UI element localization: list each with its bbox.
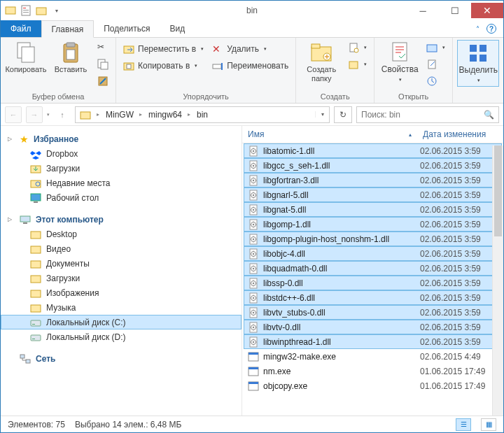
svg-rect-31 (470, 55, 477, 62)
new-item-button[interactable]: ▾ (345, 40, 370, 55)
file-row[interactable]: libgomp-plugin-host_nonshm-1.dll02.06.20… (244, 232, 502, 246)
nav-pane: ▷★Избранное DropboxЗагрузкиНедавние мест… (1, 126, 242, 416)
help-icon[interactable]: ? (486, 24, 496, 34)
file-row[interactable]: libwinpthread-1.dll02.06.2015 3:59 (244, 334, 502, 349)
nav-comp-item[interactable]: Desktop (1, 227, 241, 241)
nav-favorites[interactable]: ▷★Избранное (1, 132, 241, 146)
file-row[interactable]: libatomic-1.dll02.06.2015 3:59 (244, 143, 502, 158)
address-dropdown-icon[interactable]: ▾ (315, 111, 329, 118)
file-row[interactable]: libstdc++-6.dll02.06.2015 3:59 (244, 290, 502, 305)
nav-comp-item[interactable]: Документы (1, 256, 241, 271)
scrollbar[interactable]: ▴ (492, 145, 503, 416)
paste-button[interactable]: Вставить (50, 40, 92, 74)
qat-icon-props[interactable] (20, 5, 31, 16)
view-details-button[interactable]: ☰ (456, 418, 471, 431)
dll-icon (248, 248, 259, 260)
tab-file[interactable]: Файл (1, 20, 41, 37)
search-box[interactable]: 🔍 (356, 106, 499, 123)
file-row[interactable]: libquadmath-0.dll02.06.2015 3:59 (244, 261, 502, 276)
svg-point-79 (253, 267, 254, 269)
svg-point-82 (253, 282, 254, 283)
search-input[interactable] (361, 110, 484, 120)
delete-button[interactable]: ✕Удалить▾ (209, 41, 291, 57)
nav-comp-item[interactable]: Загрузки (1, 271, 241, 285)
svg-rect-2 (23, 8, 26, 8)
svg-rect-16 (127, 64, 131, 69)
qat-dropdown-icon[interactable]: ▼ (51, 5, 62, 16)
up-button[interactable]: ↑ (54, 106, 71, 123)
svg-rect-32 (479, 55, 486, 62)
move-to-button[interactable]: Переместить в▾ (120, 41, 206, 57)
breadcrumb[interactable]: ▸ MinGW▸ mingw64▸ bin ▾ (75, 106, 330, 123)
tab-share[interactable]: Поделиться (94, 20, 160, 37)
nav-comp-item[interactable]: Видео (1, 241, 241, 256)
paste-shortcut-button[interactable] (94, 73, 111, 89)
column-date[interactable]: Дата изменения (417, 126, 503, 143)
file-row[interactable]: libvtv-0.dll02.06.2015 3:59 (244, 320, 502, 334)
nav-fav-item[interactable]: Недавние места (1, 176, 241, 190)
new-folder-button[interactable]: Создать папку (300, 40, 342, 83)
nav-fav-item[interactable]: Рабочий стол (1, 190, 241, 205)
file-row[interactable]: libgfortran-3.dll02.06.2015 3:59 (244, 173, 502, 187)
maximize-button[interactable]: ☐ (439, 3, 471, 18)
close-button[interactable]: ✕ (471, 3, 503, 18)
back-button[interactable]: ← (5, 106, 22, 123)
open-button[interactable]: ▾ (424, 40, 448, 55)
dll-icon (248, 190, 259, 201)
file-row[interactable]: libobjc-4.dll02.06.2015 3:59 (244, 246, 502, 261)
qat-icon-app[interactable] (5, 5, 16, 16)
ribbon-collapse-icon[interactable]: ˄ (476, 25, 479, 33)
file-row[interactable]: libvtv_stubs-0.dll02.06.2015 3:59 (244, 305, 502, 320)
exe-icon (248, 351, 259, 362)
dll-icon (248, 292, 259, 304)
dll-icon (248, 263, 259, 274)
drive-icon (30, 332, 41, 343)
properties-button[interactable]: Свойства▾ (379, 40, 421, 84)
recent-dropdown[interactable]: ▾ (47, 112, 50, 118)
svg-rect-20 (312, 44, 320, 48)
crumb-0[interactable]: MinGW (102, 107, 137, 122)
file-row[interactable]: nm.exe01.06.2015 17:49 (244, 364, 502, 378)
column-name[interactable]: Имя▴ (242, 126, 417, 143)
svg-rect-98 (248, 367, 258, 369)
easy-access-button[interactable]: ▾ (345, 57, 370, 72)
crumb-1[interactable]: mingw64 (144, 107, 186, 122)
minimize-button[interactable]: ─ (407, 3, 439, 18)
view-icons-button[interactable]: ▦ (481, 418, 496, 431)
copy-path-button[interactable] (94, 57, 111, 72)
nav-network[interactable]: Сеть (1, 351, 241, 366)
nav-fav-item[interactable]: Dropbox (1, 146, 241, 161)
nav-comp-item[interactable]: Изображения (1, 285, 241, 300)
nav-fav-item[interactable]: Загрузки (1, 161, 241, 176)
nav-comp-item[interactable]: Музыка (1, 300, 241, 315)
crumb-2[interactable]: bin (192, 107, 211, 122)
file-row[interactable]: libgnarl-5.dll02.06.2015 3:59 (244, 187, 502, 202)
copy-to-button[interactable]: Копировать в▾ (120, 58, 206, 73)
copy-button[interactable]: Копировать (5, 40, 47, 74)
tab-view[interactable]: Вид (160, 20, 195, 37)
svg-point-94 (253, 341, 254, 342)
cut-button[interactable]: ✂ (94, 40, 111, 55)
edit-button[interactable] (424, 57, 448, 72)
network-icon (20, 353, 31, 364)
rename-button[interactable]: Переименовать (209, 58, 291, 73)
svg-rect-37 (31, 194, 41, 201)
file-row[interactable]: libgomp-1.dll02.06.2015 3:59 (244, 217, 502, 232)
file-row[interactable]: libssp-0.dll02.06.2015 3:59 (244, 276, 502, 290)
file-row[interactable]: libgcc_s_seh-1.dll02.06.2015 3:59 (244, 158, 502, 173)
file-row[interactable]: libgnat-5.dll02.06.2015 3:59 (244, 202, 502, 217)
search-icon[interactable]: 🔍 (484, 110, 494, 120)
file-row[interactable]: mingw32-make.exe02.06.2015 4:49 (244, 349, 502, 364)
nav-computer[interactable]: ▷Этот компьютер (1, 212, 241, 227)
forward-button[interactable]: → (26, 106, 43, 123)
folder-icon (30, 148, 41, 159)
nav-comp-item[interactable]: Локальный диск (D:) (1, 329, 241, 344)
tab-home[interactable]: Главная (41, 20, 94, 38)
nav-comp-item[interactable]: Локальный диск (C:) (1, 315, 241, 329)
select-button[interactable]: Выделить▾ (457, 40, 499, 87)
pc-icon (20, 214, 31, 225)
refresh-button[interactable]: ↻ (334, 106, 352, 123)
history-button[interactable] (424, 73, 448, 89)
file-row[interactable]: objcopy.exe01.06.2015 17:49 (244, 378, 502, 393)
qat-icon-newfolder[interactable] (36, 5, 47, 16)
